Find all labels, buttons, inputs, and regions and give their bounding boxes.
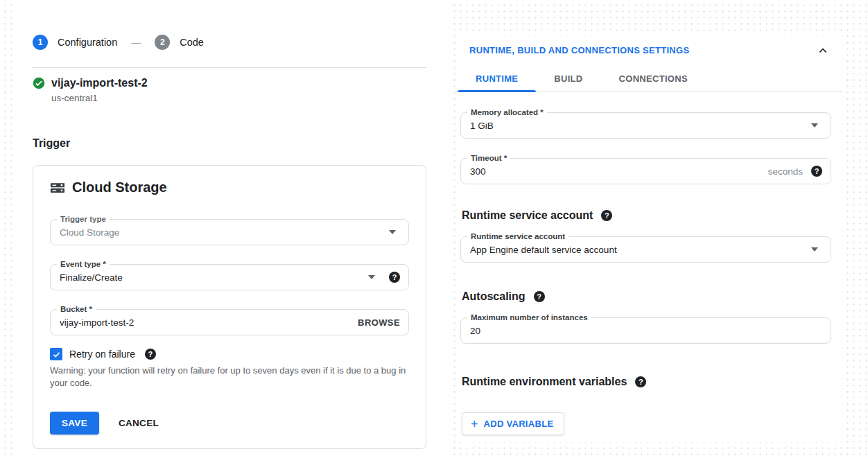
settings-tabs: RUNTIME BUILD CONNECTIONS xyxy=(456,67,842,92)
autoscaling-help-icon[interactable]: ? xyxy=(534,291,545,302)
chevron-up-icon[interactable] xyxy=(818,46,828,55)
memory-allocated-select[interactable]: Memory allocated * 1 GiB xyxy=(460,112,831,139)
stepper: 1 Configuration — 2 Code xyxy=(33,35,426,50)
runtime-service-account-select[interactable]: Runtime service account App Engine defau… xyxy=(460,236,831,263)
trigger-card-title: Cloud Storage xyxy=(72,179,167,195)
trigger-actions: SAVE CANCEL xyxy=(50,412,409,435)
autoscaling-section: Autoscaling ? xyxy=(462,290,842,303)
step-1-label[interactable]: Configuration xyxy=(58,37,117,48)
retry-checkbox[interactable] xyxy=(50,348,62,360)
function-region: us-central1 xyxy=(51,93,426,103)
add-variable-label: ADD VARIABLE xyxy=(484,419,554,429)
trigger-type-label: Trigger type xyxy=(57,214,110,224)
bucket-label: Bucket * xyxy=(57,304,96,314)
retry-warning-text: Warning: your function will retry on fai… xyxy=(50,365,409,389)
timeout-label: Timeout * xyxy=(467,153,510,163)
service-account-section: Runtime service account ? xyxy=(462,209,842,222)
event-type-select[interactable]: Event type * Finalize/Create ? xyxy=(50,264,409,290)
runtime-service-account-label: Runtime service account xyxy=(467,231,568,241)
tab-runtime[interactable]: RUNTIME xyxy=(458,67,536,91)
save-button[interactable]: SAVE xyxy=(50,412,99,435)
trigger-card: Cloud Storage Trigger type Cloud Storage… xyxy=(33,165,426,449)
service-account-section-title: Runtime service account xyxy=(462,209,593,222)
env-vars-help-icon[interactable]: ? xyxy=(635,376,646,387)
cloud-storage-icon xyxy=(50,180,65,195)
step-2-label[interactable]: Code xyxy=(180,37,204,48)
add-variable-button[interactable]: + ADD VARIABLE xyxy=(462,412,564,435)
cancel-button[interactable]: CANCEL xyxy=(119,418,159,428)
chevron-down-icon xyxy=(368,275,375,279)
service-account-help-icon[interactable]: ? xyxy=(601,210,612,221)
plus-icon: + xyxy=(471,419,478,429)
timeout-help-icon[interactable]: ? xyxy=(811,166,822,177)
retry-label: Retry on failure xyxy=(69,349,135,360)
tab-build[interactable]: BUILD xyxy=(536,67,600,91)
timeout-suffix: seconds xyxy=(768,166,803,177)
trigger-type-select[interactable]: Trigger type Cloud Storage xyxy=(50,219,409,245)
retry-on-failure-row: Retry on failure ? xyxy=(50,348,409,360)
chevron-down-icon xyxy=(389,230,396,234)
trigger-card-header: Cloud Storage xyxy=(50,179,409,195)
checkmark-icon xyxy=(52,350,61,359)
trigger-section-title: Trigger xyxy=(33,137,426,150)
memory-allocated-value: 1 GiB xyxy=(470,121,807,131)
chevron-down-icon xyxy=(811,123,818,128)
step-separator: — xyxy=(131,37,141,48)
step-2-circle[interactable]: 2 xyxy=(155,35,170,50)
event-type-label: Event type * xyxy=(57,259,110,269)
trigger-type-value: Cloud Storage xyxy=(60,227,385,238)
runtime-service-account-value: App Engine default service account xyxy=(470,245,807,255)
event-type-value: Finalize/Create xyxy=(60,272,364,283)
autoscaling-section-title: Autoscaling xyxy=(462,290,526,303)
bucket-input[interactable] xyxy=(60,317,358,328)
tab-connections[interactable]: CONNECTIONS xyxy=(601,67,706,91)
bucket-field: Bucket * BROWSE xyxy=(50,309,409,335)
event-type-help-icon[interactable]: ? xyxy=(389,272,400,283)
memory-allocated-label: Memory allocated * xyxy=(467,107,547,117)
max-instances-input[interactable] xyxy=(470,326,822,336)
runtime-settings-panel: RUNTIME, BUILD AND CONNECTIONS SETTINGS … xyxy=(456,36,842,442)
settings-expander-label[interactable]: RUNTIME, BUILD AND CONNECTIONS SETTINGS xyxy=(469,45,689,55)
browse-button[interactable]: BROWSE xyxy=(358,317,400,328)
settings-expander-header: RUNTIME, BUILD AND CONNECTIONS SETTINGS xyxy=(456,36,842,55)
retry-help-icon[interactable]: ? xyxy=(145,349,156,360)
function-config-panel: 1 Configuration — 2 Code vijay-import-te… xyxy=(12,4,449,456)
max-instances-field: Maximum number of instances xyxy=(460,317,831,344)
check-circle-icon xyxy=(33,77,45,89)
chevron-down-icon xyxy=(811,247,818,252)
max-instances-label: Maximum number of instances xyxy=(467,313,591,322)
env-vars-section-title: Runtime environment variables xyxy=(462,376,627,388)
timeout-input[interactable] xyxy=(470,166,768,177)
timeout-field: Timeout * seconds ? xyxy=(460,158,831,184)
function-name: vijay-import-test-2 xyxy=(51,77,148,89)
env-vars-section: Runtime environment variables ? xyxy=(462,376,842,388)
step-1-circle[interactable]: 1 xyxy=(33,35,48,50)
function-status-row: vijay-import-test-2 xyxy=(33,77,426,89)
stepper-divider xyxy=(33,67,426,68)
